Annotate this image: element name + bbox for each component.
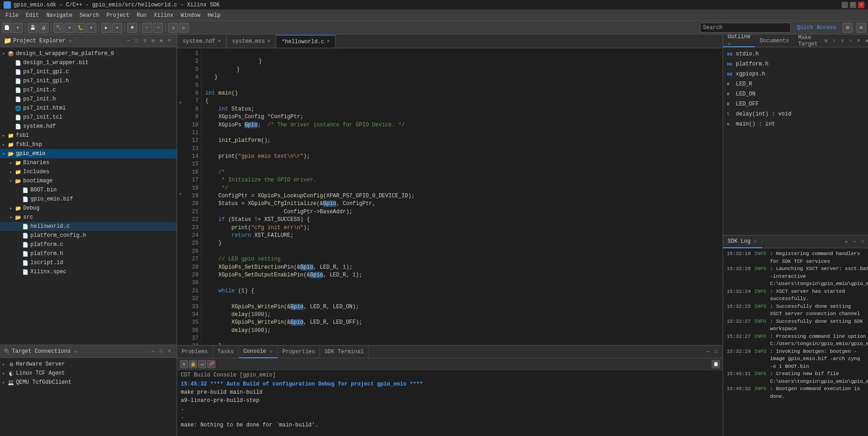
tab-system-hdf-close[interactable]: × (218, 39, 221, 44)
code-content[interactable]: } } } int main() { int Status; XGpioPs_C… (202, 48, 723, 345)
tree-item-gpio-emio[interactable]: ▾ 📂 gpio_emio (0, 149, 177, 158)
filter-btn[interactable]: ▽ (141, 37, 149, 45)
outline-item-platform-h[interactable]: xu platform.h (723, 59, 868, 69)
tree-item-hw-server[interactable]: ▸ 🖥 Hardware Server (0, 360, 177, 369)
tree-item-platform-config-h[interactable]: 📄 platform_config.h (0, 231, 177, 240)
tree-item-helloworld-c[interactable]: 📄 helloworld.c (0, 222, 177, 231)
minimize-panel-btn[interactable]: — (125, 37, 132, 45)
console-clear-btn[interactable]: ✕ (180, 360, 188, 368)
toolbar-perspectives[interactable]: ⊞ (843, 23, 853, 33)
tree-item-src[interactable]: ▾ 📂 src (0, 213, 177, 222)
menu-help[interactable]: Help (204, 11, 224, 20)
tree-item-xilinx-spec[interactable]: 📄 Xilinx.spec (0, 267, 177, 276)
outline-item-led-off[interactable]: # LED_OFF (723, 99, 868, 109)
tab-sdk-terminal[interactable]: SDK Terminal (320, 346, 368, 358)
toolbar-debug-dd[interactable]: ▾ (86, 23, 96, 33)
toolbar-new[interactable]: 📄 (2, 23, 12, 33)
console-pin-btn[interactable]: 📌 (207, 360, 215, 368)
toolbar-build[interactable]: 🔨 (54, 23, 64, 33)
collapse-all-btn[interactable]: ⊟ (149, 37, 157, 45)
toolbar-settings[interactable]: ⚙ (856, 23, 866, 33)
tab-system-hdf[interactable]: system.hdf × (177, 35, 227, 48)
tree-item-ps7-init-gpl-h[interactable]: 📄 ps7_init_gpl.h (0, 76, 177, 85)
toolbar-stop[interactable]: ■ (127, 23, 137, 33)
toolbar-fwd[interactable]: ▷ (179, 23, 189, 33)
console-minimize-btn[interactable]: — (704, 348, 712, 356)
console-maximize-btn[interactable]: □ (713, 348, 720, 356)
tree-item-ps7-init-tcl[interactable]: 📄 ps7_init.tcl (0, 113, 177, 122)
tab-helloworld-c-close[interactable]: × (327, 39, 330, 44)
tc-maximize-btn[interactable]: □ (158, 348, 165, 355)
link-btn[interactable]: ⊕ (158, 37, 165, 45)
sdk-log-maximize-btn[interactable]: □ (859, 238, 866, 246)
menu-search[interactable]: Search (76, 11, 103, 20)
search-box[interactable]: Search (700, 23, 791, 33)
toolbar-next[interactable]: → (153, 23, 163, 33)
tree-item-design-bit[interactable]: 📄 design_1_wrapper.bit (0, 58, 177, 67)
tab-outline[interactable]: Outline ☆ (723, 35, 755, 47)
tree-item-system-hdf[interactable]: 📄 system.hdf (0, 122, 177, 131)
outline-fields-btn[interactable]: ≡ (855, 37, 862, 45)
toolbar-run-dd[interactable]: ▾ (112, 23, 122, 33)
outline-methods-btn[interactable]: ⊕ (863, 37, 868, 45)
tree-item-binaries[interactable]: ▸ 📁 Binaries (0, 158, 177, 167)
tree-item-fsbl[interactable]: ▸ 📁 fsbl (0, 131, 177, 140)
toolbar-save[interactable]: 💾 (28, 23, 38, 33)
toolbar-debug[interactable]: 🐛 (75, 23, 85, 33)
toolbar-dropdown[interactable]: ▾ (13, 23, 23, 33)
tab-console[interactable]: Console ☆ (239, 346, 278, 358)
tree-item-includes[interactable]: ▸ 📁 Includes (0, 167, 177, 176)
tab-system-mss[interactable]: system.mss × (227, 35, 276, 48)
tab-documents[interactable]: Documents (755, 35, 794, 47)
maximize-panel-btn[interactable]: □ (133, 37, 140, 45)
menu-navigate[interactable]: Navigate (43, 11, 76, 20)
toolbar-run[interactable]: ▶ (101, 23, 111, 33)
maximize-btn[interactable]: □ (850, 2, 856, 8)
tree-item-ps7-init-c[interactable]: 📄 ps7_init.c (0, 85, 177, 95)
console-word-wrap-btn[interactable]: ↵ (198, 360, 206, 368)
tree-item-boot-bin[interactable]: 📄 BOOT.bin (0, 185, 177, 195)
quick-access-button[interactable]: Quick Access (794, 24, 839, 32)
fold-marker-end[interactable] (177, 226, 184, 236)
tree-item-design1[interactable]: ▾ 📦 design_1_wrapper_hw_platform_0 (0, 49, 177, 58)
close-btn[interactable]: × (858, 2, 864, 8)
menu-run[interactable]: Run (133, 11, 150, 20)
tree-item-linux-tcf[interactable]: ▸ 🐧 Linux TCF Agent (0, 369, 177, 378)
tree-item-qemu[interactable]: ▸ 💻 QEMU TcfGdbClient (0, 378, 177, 387)
tree-item-gpio-emio-bif[interactable]: 📄 gpio_emio.bif (0, 195, 177, 204)
tab-system-mss-close[interactable]: × (268, 39, 270, 44)
fold-marker-main[interactable]: ▾ (177, 98, 184, 107)
outline-filter-btn[interactable]: ▽ (838, 37, 846, 45)
tree-item-ps7-init-h[interactable]: 📄 ps7_init.h (0, 95, 177, 104)
tree-item-lscript-ld[interactable]: 📄 lscript.ld (0, 258, 177, 267)
close-panel-btn[interactable]: × (166, 37, 173, 45)
console-scroll-lock-btn[interactable]: 🔒 (189, 360, 197, 368)
tree-item-fsbl-bsp[interactable]: ▸ 📁 fsbl_bsp (0, 140, 177, 149)
menu-xilinx[interactable]: Xilinx (150, 11, 177, 20)
sdk-log-clear-btn[interactable]: ✕ (843, 238, 850, 246)
outline-hide-noname-btn[interactable]: ○ (847, 37, 854, 45)
outline-item-stdio[interactable]: xu stdio.h (723, 49, 868, 59)
tc-close-btn[interactable]: × (166, 348, 173, 355)
tree-item-platform-h[interactable]: 📄 platform.h (0, 249, 177, 258)
outline-item-main[interactable]: ● main() : int (723, 119, 868, 129)
tab-sdk-log[interactable]: SDK Log ☆ (723, 236, 762, 248)
tab-problems[interactable]: Problems (177, 346, 213, 358)
menu-file[interactable]: File (2, 11, 22, 20)
tree-item-ps7-init-gpl-c[interactable]: 📄 ps7_init_gpl.c (0, 67, 177, 76)
fold-marker-while[interactable]: ▾ (177, 189, 184, 199)
console-copy-btn[interactable]: 📋 (712, 360, 720, 368)
toolbar-build-dd[interactable]: ▾ (64, 23, 74, 33)
minimize-btn[interactable]: _ (842, 2, 848, 8)
outline-item-led-on[interactable]: # LED_ON (723, 89, 868, 99)
outline-item-xgpiops-h[interactable]: xu xgpiops.h (723, 69, 868, 79)
menu-window[interactable]: Window (177, 11, 204, 20)
tree-item-debug[interactable]: ▸ 📁 Debug (0, 204, 177, 213)
menu-edit[interactable]: Edit (22, 11, 43, 20)
tree-item-ps7-init-html[interactable]: 🌐 ps7_init.html (0, 104, 177, 113)
outline-sort-btn[interactable]: ↕ (830, 37, 838, 45)
sdk-log-minimize-btn[interactable]: — (851, 238, 858, 246)
tab-helloworld-c[interactable]: *helloworld.c × (276, 35, 336, 48)
tab-properties[interactable]: Properties (278, 346, 320, 358)
tree-item-platform-c[interactable]: 📄 platform.c (0, 240, 177, 249)
